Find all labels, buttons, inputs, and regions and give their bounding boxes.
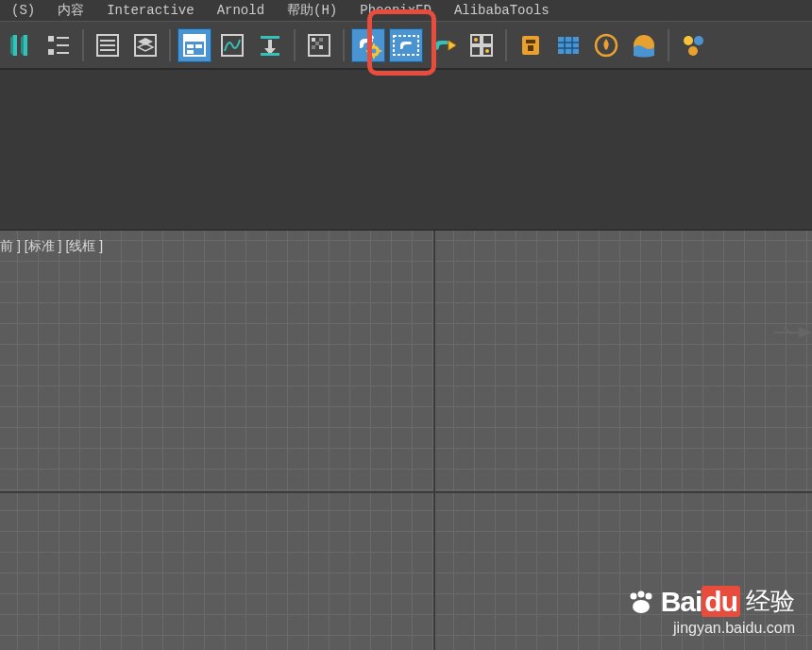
menu-interactive[interactable]: Interactive [101, 3, 199, 18]
svg-rect-19 [195, 44, 202, 48]
material-editor-icon[interactable] [302, 28, 336, 62]
svg-marker-60 [799, 327, 812, 338]
rendered-frame-window-icon[interactable] [389, 28, 423, 62]
toolbar-separator [343, 29, 345, 61]
viewport-label-standard: [标准 ] [25, 238, 62, 255]
svg-rect-20 [187, 50, 194, 54]
svg-rect-1 [24, 35, 27, 56]
viewport-axis-vertical [433, 231, 435, 650]
layers-icon[interactable] [128, 28, 162, 62]
svg-rect-28 [319, 38, 323, 42]
toolbar-separator [668, 29, 669, 61]
svg-point-33 [372, 48, 377, 53]
alibaba-tools-icon[interactable] [676, 28, 710, 62]
phoenix-grid-icon[interactable] [551, 28, 585, 62]
paw-icon [627, 590, 655, 613]
svg-point-57 [694, 36, 703, 45]
svg-rect-23 [268, 40, 272, 49]
watermark: Baidu 经验 jingyan.baidu.com [627, 585, 795, 637]
toolbar-separator [505, 29, 507, 61]
menu-content[interactable]: 内容 [52, 2, 90, 19]
render-in-cloud-icon[interactable] [465, 28, 499, 62]
svg-marker-2 [10, 35, 13, 56]
watermark-cn: 经验 [746, 585, 795, 618]
viewport-axis-horizontal [0, 491, 812, 493]
phoenix-fire-icon[interactable] [589, 28, 623, 62]
svg-marker-3 [21, 35, 24, 56]
svg-point-64 [645, 592, 651, 599]
svg-rect-22 [261, 36, 279, 39]
svg-rect-38 [394, 36, 418, 55]
slice-plane-icon[interactable] [4, 28, 38, 62]
menu-arnold[interactable]: Arnold [211, 3, 270, 18]
svg-marker-39 [448, 41, 456, 50]
viewport-label[interactable]: 前 ] [标准 ] [线框 ] [0, 238, 103, 255]
menu-help[interactable]: 帮助(H) [281, 2, 343, 19]
svg-rect-49 [558, 37, 579, 54]
viewport-label-wireframe: [线框 ] [65, 238, 103, 255]
ribbon-area [0, 70, 812, 231]
menu-bar: (S) 内容 Interactive Arnold 帮助(H) PhoenixF… [0, 0, 812, 21]
render-production-icon[interactable] [427, 28, 461, 62]
svg-rect-42 [471, 46, 481, 56]
toolbar-separator [82, 29, 84, 61]
svg-rect-4 [48, 36, 54, 42]
svg-rect-18 [187, 44, 194, 48]
list-view-icon[interactable] [91, 28, 125, 62]
viewport-arrow-icon [774, 323, 812, 346]
phoenix-liquid-icon[interactable] [627, 28, 661, 62]
menu-alibabatools[interactable]: AlibabaTools [448, 3, 555, 18]
svg-rect-8 [57, 52, 69, 54]
render-setup-icon[interactable] [351, 28, 385, 62]
svg-point-58 [688, 46, 698, 56]
viewport-label-front: 前 ] [0, 238, 21, 255]
watermark-url: jingyan.baidu.com [627, 620, 795, 637]
toolbar-separator [294, 29, 296, 61]
svg-rect-17 [184, 35, 205, 42]
svg-rect-29 [315, 42, 319, 45]
svg-rect-7 [57, 37, 69, 39]
svg-point-56 [684, 36, 693, 45]
curve-editor-icon[interactable] [215, 28, 249, 62]
svg-point-65 [633, 600, 650, 613]
download-icon[interactable] [253, 28, 287, 62]
viewport-front[interactable]: 前 ] [标准 ] [线框 ] Baidu 经验 jingy [0, 231, 812, 650]
main-toolbar [0, 21, 812, 70]
toolbar-separator [169, 29, 171, 61]
svg-rect-27 [312, 38, 315, 42]
scene-explorer-icon[interactable] [42, 28, 76, 62]
svg-rect-31 [319, 45, 323, 49]
svg-point-62 [630, 592, 636, 599]
svg-rect-47 [526, 40, 535, 43]
menu-phoenixfd[interactable]: PhoenixFD [354, 3, 437, 18]
phoenix-simulate-icon[interactable] [514, 28, 548, 62]
svg-rect-25 [261, 53, 279, 56]
svg-point-44 [474, 38, 478, 42]
svg-rect-6 [57, 44, 69, 46]
svg-rect-5 [48, 49, 54, 55]
watermark-brand: Baidu [661, 586, 740, 618]
svg-rect-41 [482, 35, 492, 44]
toggle-ribbon-icon[interactable] [178, 28, 211, 62]
svg-rect-48 [528, 45, 533, 51]
svg-point-45 [485, 49, 489, 53]
svg-rect-30 [312, 45, 315, 49]
svg-point-63 [637, 590, 644, 597]
svg-rect-0 [13, 35, 17, 56]
menu-scripts[interactable]: (S) [6, 3, 41, 18]
